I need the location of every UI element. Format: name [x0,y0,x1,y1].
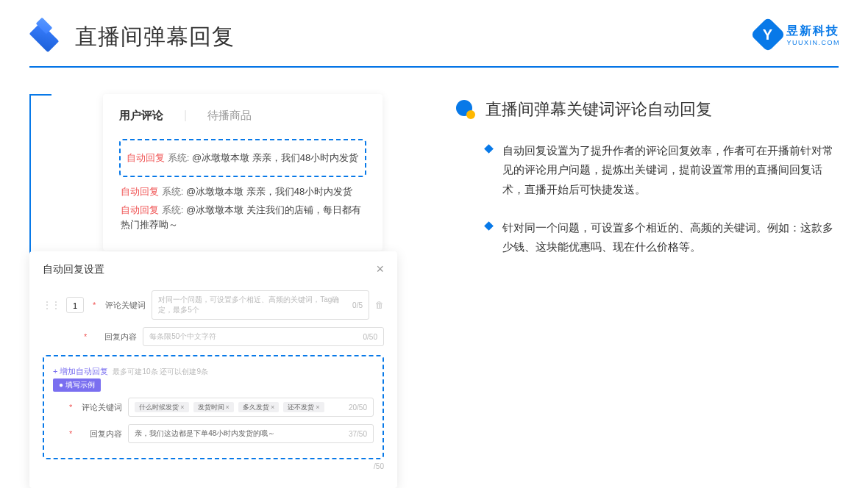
field-label-keyword: 评论关键词 [104,300,146,311]
example-section: + 增加自动回复最多可建10条 还可以创建9条 ● 填写示例 * 评论关键词 什… [43,355,384,459]
add-autoreply-link[interactable]: + 增加自动回复 [53,367,108,376]
section-title: 直播间弹幕关键词评论自动回复 [485,98,712,121]
comments-card: 用户评论 | 待播商品 自动回复 系统: @冰墩墩本墩 亲亲，我们48小时内发货… [103,94,383,251]
drag-icon[interactable]: ⋮⋮ [43,300,60,310]
settings-modal: 自动回复设置 × ⋮⋮ 1 * 评论关键词 对同一个问题，可设置多个相近、高频的… [29,251,397,488]
example-badge: ● 填写示例 [53,378,101,392]
example-keyword-input[interactable]: 什么时候发货× 发货时间× 多久发货× 还不发货× 20/50 [128,398,374,417]
keyword-input[interactable]: 对同一个问题，可设置多个相近、高频的关键词，Tag确定，最多5个 0/5 [152,290,369,320]
brand-name: 昱新科技 [786,24,840,39]
brand-url: YUUXIN.COM [786,39,840,46]
comment-item: 自动回复 系统: @冰墩墩本墩 亲亲，我们48小时内发货 [121,184,365,199]
highlighted-comment: 自动回复 系统: @冰墩墩本墩 亲亲，我们48小时内发货 [119,139,366,177]
tab-pending-products[interactable]: 待播商品 [207,109,252,126]
page-title: 直播间弹幕回复 [75,22,235,52]
connector-line [29,94,51,96]
section-bullet-icon [456,100,475,119]
comment-item: 自动回复 系统: @冰墩墩本墩 关注我们的店铺，每日都有热门推荐呦～ [121,203,365,232]
modal-title: 自动回复设置 [43,263,104,276]
close-icon[interactable]: × [376,262,384,277]
cube-icon [29,21,62,53]
screenshot-panel: 用户评论 | 待播商品 自动回复 系统: @冰墩墩本墩 亲亲，我们48小时内发货… [29,94,405,454]
bullet-point: 针对同一个问题，可设置多个相近的、高频的关键词。例如：这款多少钱、这块能优惠吗、… [456,218,839,257]
tab-user-comments[interactable]: 用户评论 [119,109,163,126]
content-input[interactable]: 每条限50个中文字符 0/50 [143,327,384,346]
diamond-icon [484,144,494,154]
field-label-content: 回复内容 [96,331,137,342]
diamond-icon [484,221,494,231]
order-number[interactable]: 1 [66,297,84,313]
example-content-input[interactable]: 亲，我们这边都是下单48小时内发货的哦～ 37/50 [128,424,374,443]
brand-logo: Y 昱新科技 YUUXIN.COM [755,22,840,47]
bullet-point: 自动回复设置为了提升作者的评论回复效率，作者可在开播前针对常见的评论用户问题，提… [456,141,839,199]
brand-icon: Y [750,17,786,52]
delete-icon[interactable]: 🗑 [375,300,384,310]
page-header: 直播间弹幕回复 [0,0,868,66]
description-panel: 直播间弹幕关键词评论自动回复 自动回复设置为了提升作者的评论回复效率，作者可在开… [405,94,839,454]
